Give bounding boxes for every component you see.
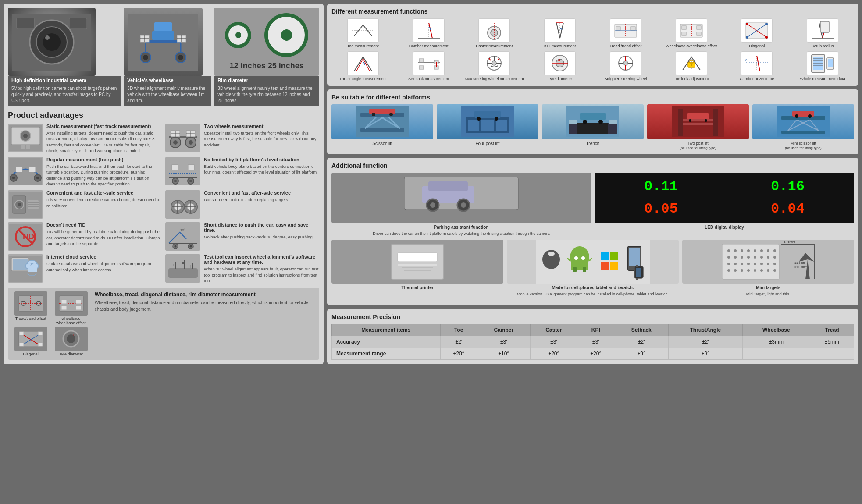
right-panel: Different measurement functions Toe meas… xyxy=(327,4,858,364)
camera-caption: High definition industrial camera xyxy=(8,76,121,85)
rim-size-label: 12 inches 25 inches xyxy=(230,61,304,71)
precision-cell-1-0: ±20° xyxy=(440,348,477,360)
svg-point-236 xyxy=(477,117,481,121)
svg-text:30°: 30° xyxy=(180,228,186,232)
svg-point-237 xyxy=(495,117,498,121)
svg-rect-302 xyxy=(722,244,779,279)
meas-icon-camber: Camber measurement xyxy=(397,18,460,49)
svg-rect-293 xyxy=(601,262,609,270)
svg-rect-267 xyxy=(428,181,468,191)
svg-rect-87 xyxy=(13,259,28,270)
svg-text:×11.5mm: ×11.5mm xyxy=(794,266,808,269)
svg-rect-48 xyxy=(167,158,199,185)
additional-function-box: Additional function xyxy=(327,158,858,306)
svg-point-308 xyxy=(760,249,763,252)
svg-point-262 xyxy=(795,114,798,118)
precision-cell-0-7: ±5mm xyxy=(810,336,854,348)
advantage-text-1: Two wheels measurement Operator install … xyxy=(204,124,319,148)
advantage-desc-7: Go back after pushing backwards 30 degre… xyxy=(204,234,319,240)
bottom-icon-label-wheelbase: wheelbase wheelbase offset xyxy=(52,316,90,325)
svg-rect-153 xyxy=(682,26,686,29)
meas-icon-wheelbase: Wheelbase /wheelbase offset xyxy=(660,18,723,49)
svg-point-321 xyxy=(741,263,743,265)
meas-icon-box-steering xyxy=(478,51,510,75)
svg-rect-115 xyxy=(76,300,81,304)
additional-function-title: Additional function xyxy=(331,162,854,169)
svg-rect-240 xyxy=(577,123,608,134)
led-value-2: 0.05 xyxy=(599,199,723,219)
wheelbase-image xyxy=(124,8,203,76)
meas-icon-kpi: KPI measurement xyxy=(528,18,591,49)
svg-rect-55 xyxy=(172,165,178,170)
svg-rect-156 xyxy=(697,32,701,35)
svg-text:d: d xyxy=(558,58,560,62)
advantage-item-9: I II III Test tool can inspect wheel ali… xyxy=(165,254,319,284)
svg-text:181mm: 181mm xyxy=(784,240,795,244)
precision-cell-1-6 xyxy=(742,348,810,360)
svg-point-331 xyxy=(754,269,756,272)
svg-point-334 xyxy=(773,269,776,272)
svg-point-34 xyxy=(189,140,193,145)
platform-img-fourpost xyxy=(437,104,538,139)
advantage-item-4: Convenient and fast after-sale service I… xyxy=(8,190,162,219)
measurement-icons-grid: Toe measurement Camber measurement xyxy=(331,18,854,82)
svg-point-282 xyxy=(548,252,555,256)
svg-point-45 xyxy=(36,177,39,179)
svg-point-320 xyxy=(734,263,737,265)
meas-icon-whole: Whole measurement data xyxy=(791,51,854,82)
camera-section: High definition industrial camera 5Mps h… xyxy=(8,8,121,106)
svg-point-194 xyxy=(623,61,628,65)
meas-label-camber: Camber measurement xyxy=(409,44,449,49)
svg-point-330 xyxy=(747,269,750,272)
meas-icon-box-toe xyxy=(347,18,379,43)
mini-targets-desc: Mini target, light and thin. xyxy=(746,292,791,297)
wheelbase-section: Vehicle's wheelbase 3D wheel alignment m… xyxy=(124,8,211,106)
svg-rect-27 xyxy=(21,145,25,149)
thermal-printer-img xyxy=(331,240,503,284)
mini-targets-img: 181mm 11.5mm ×11.5mm xyxy=(682,240,854,284)
svg-point-83 xyxy=(189,245,192,247)
camera-desc: 5Mps high definition camera can shoot ta… xyxy=(8,85,121,106)
svg-point-252 xyxy=(689,119,691,122)
parking-label: Parking assistant function xyxy=(434,225,488,230)
platform-label-trench: Trench xyxy=(586,141,600,146)
meas-label-toelock: Toe lock adjustment xyxy=(674,77,709,82)
svg-rect-300 xyxy=(636,278,638,280)
meas-label-tyre-diam: Tyre diameter xyxy=(548,77,572,82)
svg-rect-8 xyxy=(146,40,181,43)
led-value-3: 0.04 xyxy=(726,199,850,219)
precision-cell-1-5: ±9° xyxy=(668,348,742,360)
svg-rect-292 xyxy=(610,252,618,260)
svg-point-226 xyxy=(372,113,375,116)
meas-icon-box-tread xyxy=(610,18,641,43)
svg-point-271 xyxy=(461,202,466,208)
svg-point-253 xyxy=(705,119,707,122)
precision-cell-0-1: ±3′ xyxy=(477,336,530,348)
bottom-icon-label-diagonal: Diagonal xyxy=(23,352,39,356)
svg-point-307 xyxy=(754,249,756,252)
meas-label-strighten: Strighten steering wheel xyxy=(605,77,647,82)
advantage-desc-1: Operator install two targets on the fron… xyxy=(204,130,319,148)
meas-label-setback: Set-back measurement xyxy=(408,77,449,82)
precision-header-4: KPI xyxy=(577,324,614,336)
precision-header-0: Measurement items xyxy=(332,324,441,336)
svg-point-329 xyxy=(741,269,743,272)
svg-text:0: 0 xyxy=(745,58,748,62)
meas-icon-box-diagonal xyxy=(741,18,773,43)
svg-rect-291 xyxy=(601,252,609,260)
camera-image xyxy=(8,8,96,76)
svg-point-32 xyxy=(173,140,178,145)
svg-point-333 xyxy=(767,269,769,272)
advantage-desc-9: When 3D wheel alignment appears fault, o… xyxy=(204,266,319,284)
precision-cell-1-4: ±9° xyxy=(614,348,668,360)
rim-desc: 3D wheel alignment mainly test and measu… xyxy=(214,85,319,106)
svg-rect-10 xyxy=(154,22,172,31)
svg-rect-251 xyxy=(687,113,709,119)
bottom-measurement-desc: Wheelbase, tread, diagonal distance and … xyxy=(95,299,316,312)
svg-text:II: II xyxy=(182,261,184,265)
svg-point-81 xyxy=(174,245,176,247)
product-advantages: Product advantages xyxy=(8,111,319,360)
advantage-desc-5: Doesn't need to do TID after replacing t… xyxy=(204,197,291,202)
svg-point-269 xyxy=(430,202,435,208)
precision-cell-1-1: ±10° xyxy=(477,348,530,360)
